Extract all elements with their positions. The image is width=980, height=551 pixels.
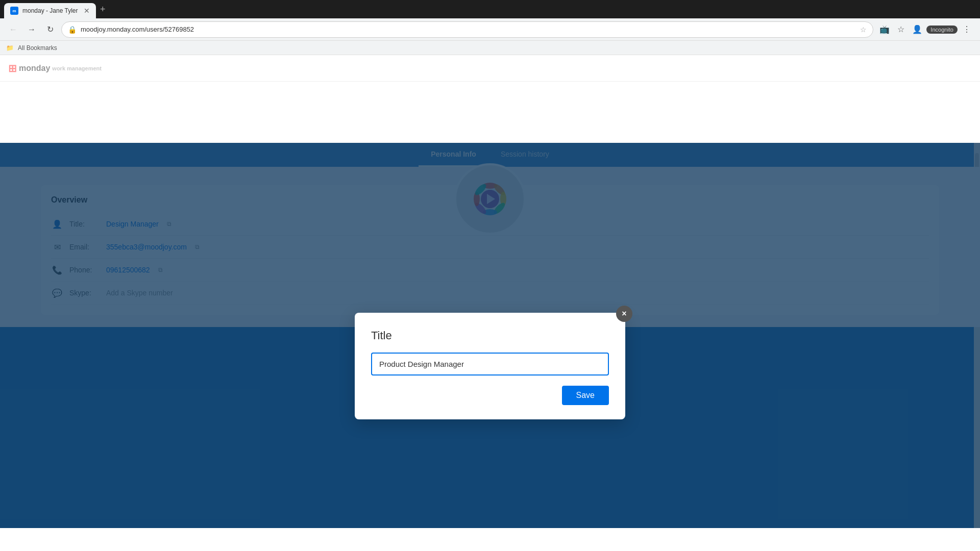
modal-title: Title — [371, 329, 609, 342]
modal-actions: Save — [371, 386, 609, 405]
page-content: ⊞ monday work management — [0, 55, 980, 528]
bookmarks-folder-icon: 📁 — [6, 44, 14, 52]
modal-overlay: × Title Save — [0, 143, 980, 528]
app-logo-text: monday — [19, 64, 50, 73]
browser-actions: 📺 ☆ 👤 Incognito ⋮ — [877, 22, 974, 37]
monday-logo-icon: ⊞ — [8, 62, 17, 74]
address-bar-row: ← → ↻ 🔒 moodjoy.monday.com/users/5276985… — [0, 18, 980, 41]
new-tab-button[interactable]: + — [96, 2, 110, 17]
tab-close-button[interactable]: ✕ — [84, 7, 90, 15]
menu-icon[interactable]: ⋮ — [960, 22, 974, 37]
save-button[interactable]: Save — [562, 386, 609, 405]
tab-favicon: m — [10, 7, 18, 15]
forward-button[interactable]: → — [24, 22, 39, 37]
reload-button[interactable]: ↻ — [43, 22, 57, 37]
profile-icon[interactable]: 👤 — [910, 22, 924, 37]
all-bookmarks-label: All Bookmarks — [18, 44, 57, 52]
bookmarks-bar: 📁 All Bookmarks — [0, 41, 980, 55]
cast-icon[interactable]: 📺 — [877, 22, 892, 37]
app-background: ⊞ monday work management — [0, 55, 980, 528]
active-tab[interactable]: m monday - Jane Tyler ✕ — [4, 3, 96, 18]
back-button[interactable]: ← — [6, 22, 20, 37]
incognito-badge: Incognito — [926, 26, 958, 34]
app-logo: ⊞ monday work management — [8, 62, 102, 74]
address-bar[interactable]: 🔒 moodjoy.monday.com/users/52769852 ☆ — [61, 21, 873, 38]
app-subtitle: work management — [52, 65, 102, 71]
tab-title: monday - Jane Tyler — [22, 7, 78, 14]
title-input[interactable] — [371, 353, 609, 375]
modal-dialog: × Title Save — [355, 313, 625, 419]
bookmark-icon[interactable]: ☆ — [894, 22, 908, 37]
close-icon: × — [622, 309, 626, 318]
star-icon[interactable]: ☆ — [860, 26, 867, 34]
app-topbar: ⊞ monday work management — [0, 55, 980, 82]
modal-close-button[interactable]: × — [616, 306, 632, 322]
url-display: moodjoy.monday.com/users/52769852 — [81, 26, 856, 33]
profile-area: Personal Info Session history Overview 👤… — [0, 143, 980, 528]
incognito-label: Incognito — [930, 27, 953, 33]
tab-bar: m monday - Jane Tyler ✕ + — [0, 0, 980, 18]
lock-icon: 🔒 — [68, 26, 77, 34]
